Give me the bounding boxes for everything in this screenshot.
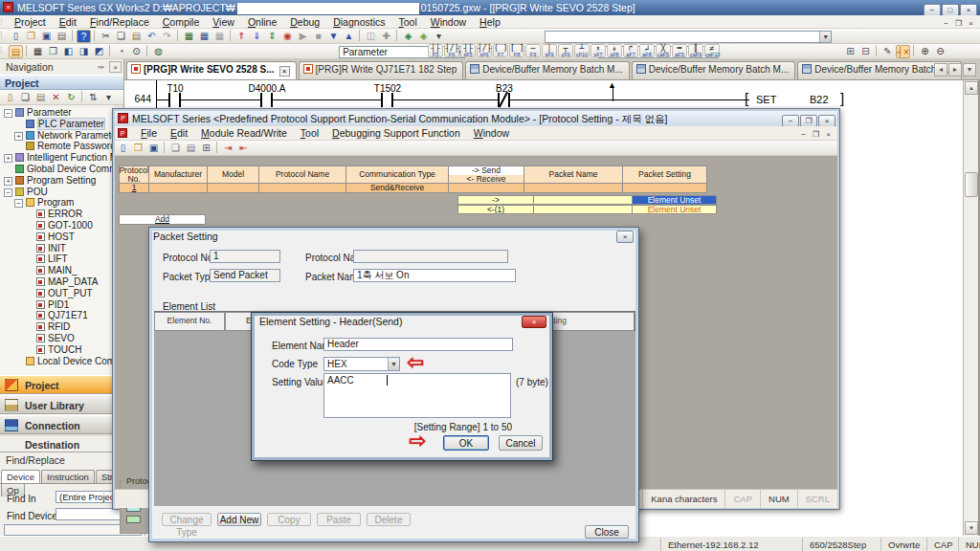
tree-item-program[interactable]: −Program xyxy=(0,197,123,209)
ladder-edit-mode-icon[interactable]: ┤×├ xyxy=(896,45,910,58)
menu-tool[interactable]: Tool xyxy=(294,126,325,141)
save-icon[interactable]: ▣ xyxy=(39,30,54,43)
redo-icon[interactable]: ↷ xyxy=(160,30,174,43)
tree-item-local-device-comme[interactable]: Local Device Comme xyxy=(0,356,123,367)
menu-file[interactable]: File xyxy=(134,126,164,141)
buffer-memory-icon[interactable]: ◩ xyxy=(92,45,106,58)
add-row[interactable]: Add xyxy=(120,214,206,225)
code-type-select[interactable]: HEX▼ xyxy=(323,357,400,371)
panel-button-project[interactable]: Project xyxy=(0,375,123,394)
menu-debugging-support-function[interactable]: Debugging Support Function xyxy=(325,126,467,141)
menu-window[interactable]: Window xyxy=(424,15,473,29)
tree-item-global-device-comment[interactable]: Global Device Comment xyxy=(0,164,123,175)
menu-debug[interactable]: Debug xyxy=(283,15,326,29)
close-contact-button[interactable]: ┤/├F6 xyxy=(444,44,459,57)
write-to-plc-icon[interactable]: ⇑ xyxy=(234,30,249,43)
menu-edit[interactable]: Edit xyxy=(164,126,194,141)
tab-scroll-right-icon[interactable]: ▸ xyxy=(948,63,962,77)
menu-view[interactable]: View xyxy=(206,15,241,29)
tree-item-program-setting[interactable]: +Program Setting xyxy=(0,175,123,187)
module-configuration-icon[interactable]: ▦ xyxy=(31,45,45,58)
expand-icon[interactable]: + xyxy=(4,154,12,163)
tab-prg-r-write-qj71e71-182-step-1[interactable]: [PRG]R Write QJ71E71 182 Step xyxy=(299,61,464,79)
copy-icon[interactable]: ❏ xyxy=(168,142,183,155)
ok-button[interactable]: OK xyxy=(443,435,489,451)
work-window-icon[interactable]: ❐ xyxy=(46,45,60,58)
tree-item-init[interactable]: INIT xyxy=(0,243,123,254)
screen-icon[interactable]: ⊞ xyxy=(199,142,213,155)
paste-button[interactable]: Paste xyxy=(317,513,361,526)
add-new-button[interactable]: Add New xyxy=(217,513,261,526)
invert-result-button[interactable]: ╳caF5 xyxy=(656,44,671,57)
device-setting-icon[interactable]: ◨ xyxy=(77,45,91,58)
tree-item-plc-parameter[interactable]: PLC Parameter xyxy=(0,119,123,130)
expand-icon[interactable]: + xyxy=(4,177,12,186)
project-view-icon[interactable]: ▤ xyxy=(9,45,23,58)
cut-icon[interactable]: ✂ xyxy=(99,30,113,43)
tree-item-qj71e71[interactable]: QJ71E71 xyxy=(0,310,123,321)
protocol-receive-row[interactable]: <-(1) Element Unset xyxy=(458,205,717,214)
panel-button-connection-destination[interactable]: Connection Destination xyxy=(0,415,123,434)
module-tools-icon[interactable]: ◈ xyxy=(416,30,431,43)
monitor-stop-icon[interactable]: ■ xyxy=(311,30,325,43)
find-tab-instruction[interactable]: Instruction xyxy=(41,470,95,483)
no-contact-symbol[interactable] xyxy=(381,93,393,107)
delete-vline-button[interactable]: ┴cF10 xyxy=(574,44,590,57)
mdi-close-icon[interactable]: × xyxy=(822,127,835,142)
tab-prg-r-write-sevo-2528-s-0[interactable]: [PRG]R Write SEVO 2528 S...× xyxy=(126,61,297,79)
toolbar-options-icon[interactable]: ▾ xyxy=(432,30,446,43)
falling-branch-button[interactable]: ↲aF8 xyxy=(639,44,655,57)
cancel-button[interactable]: Cancel xyxy=(499,435,543,451)
copy-icon[interactable]: ❏ xyxy=(114,30,128,43)
tree-item-main[interactable]: MAIN_ xyxy=(0,265,123,276)
tree-item-remote-password[interactable]: Remote Password xyxy=(0,141,123,152)
delete-data-icon[interactable]: ✕ xyxy=(49,91,63,104)
undo-icon[interactable]: ↶ xyxy=(145,30,159,43)
chevron-down-icon[interactable]: ▼ xyxy=(388,358,399,370)
chevron-down-icon[interactable]: ▼ xyxy=(819,32,831,42)
vertical-line-button[interactable]: │sF9 xyxy=(542,44,557,57)
receive-element-unset-link[interactable]: Element Unset xyxy=(632,205,717,214)
tab-close-icon[interactable]: × xyxy=(279,66,290,77)
no-contact-symbol[interactable] xyxy=(168,93,181,107)
close-icon[interactable]: × xyxy=(616,231,634,243)
paste-icon[interactable]: ▤ xyxy=(129,30,144,43)
verify-with-plc-icon[interactable]: ⇕ xyxy=(265,30,279,43)
program-check-icon[interactable]: ◍ xyxy=(151,45,166,58)
close-icon[interactable]: × xyxy=(818,115,835,126)
tree-item-error[interactable]: ERROR xyxy=(0,209,123,220)
menu-tool[interactable]: Tool xyxy=(391,15,423,29)
open-branch-button[interactable]: ┤├sF5 xyxy=(460,44,476,57)
delete-hline-button[interactable]: ┬cF9 xyxy=(558,44,573,57)
tab-scroll-menu-icon[interactable]: ▾ xyxy=(963,63,976,77)
mdi-minimize-icon[interactable]: − xyxy=(797,127,810,142)
paste-data-icon[interactable]: ▤ xyxy=(33,91,48,104)
scroll-up-icon[interactable]: ▲ xyxy=(965,81,978,95)
mdi-restore-icon[interactable]: ❐ xyxy=(810,127,822,142)
refresh-view-icon[interactable]: ↻ xyxy=(64,91,78,104)
pin-icon[interactable]: ✑ xyxy=(95,61,107,73)
menu-module-read-write[interactable]: Module Read/Write xyxy=(194,126,294,141)
protocol-row-1[interactable]: 1 Send&Receive xyxy=(120,183,707,193)
device-test-icon[interactable]: ▦ xyxy=(212,30,227,43)
intelligent-module-icon[interactable]: ◈ xyxy=(401,30,415,43)
new-icon[interactable]: ▯ xyxy=(9,30,23,43)
read-from-module-icon[interactable]: ⇤ xyxy=(236,142,251,155)
nc-contact-symbol[interactable] xyxy=(498,93,510,107)
close-branch-button[interactable]: ┤/├sF6 xyxy=(477,44,492,57)
tree-item-rfid[interactable]: RFID xyxy=(0,321,123,333)
falling-pulse-button[interactable]: ↡sF8 xyxy=(607,44,622,57)
print-icon[interactable]: ▤ xyxy=(55,30,69,43)
tree-item-pid1[interactable]: PID1 xyxy=(0,299,123,311)
diagnostics-icon[interactable]: ✚ xyxy=(379,30,393,43)
add-protocol-link[interactable]: Add xyxy=(119,214,206,225)
usb-write-icon[interactable]: ▼ xyxy=(326,30,341,43)
delete-button[interactable]: Delete xyxy=(367,513,411,526)
close-icon[interactable]: × xyxy=(109,61,122,73)
menu-edit[interactable]: Edit xyxy=(53,15,83,29)
packet-name-input[interactable]: 1축 서보 On xyxy=(353,269,516,282)
menu-compile[interactable]: Compile xyxy=(156,15,207,29)
find-tab-device[interactable]: Device xyxy=(1,470,40,483)
collapse-icon[interactable]: − xyxy=(4,109,12,118)
collapse-icon[interactable]: − xyxy=(4,188,12,197)
